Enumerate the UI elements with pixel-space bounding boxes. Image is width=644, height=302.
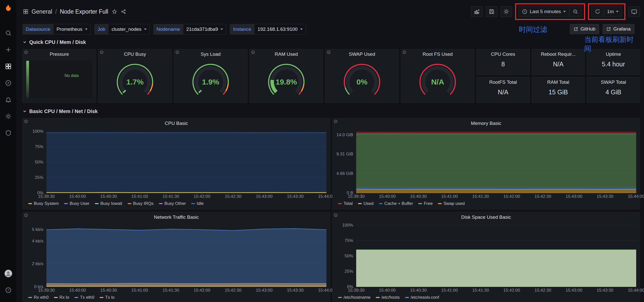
legend-swatch [28,203,32,204]
grafana-link-button[interactable]: Grafana [603,24,634,34]
panel-title[interactable]: CPU Busy [98,51,172,57]
chart-canvas[interactable] [356,129,636,193]
configuration-gear-icon[interactable] [0,108,16,125]
legend-item[interactable]: Idle [191,201,204,206]
chart-canvas[interactable] [46,129,326,193]
user-avatar[interactable] [0,265,16,282]
x-axis-label: 15:42:30 [225,288,241,293]
panel-title[interactable]: Reboot Requir... [532,51,585,57]
save-dashboard-button[interactable] [486,6,497,17]
admin-shield-icon[interactable] [0,125,16,141]
panel-title[interactable]: Pressure [23,51,96,57]
dashboards-icon[interactable] [0,58,16,75]
x-axis-label: 15:39:30 [348,288,365,293]
apps-grid-icon [23,9,29,14]
legend-item[interactable]: Tx lo [100,295,115,300]
time-picker-button[interactable]: Last 5 minutes [518,6,569,17]
chart-canvas[interactable] [356,223,636,287]
legend-item[interactable]: Busy Other [159,201,186,206]
panel-title[interactable]: RAM Total [532,79,585,85]
legend-item[interactable]: /etc/hosts [376,295,400,300]
legend-item[interactable]: Rx lo [54,295,69,300]
filter-job[interactable]: Jobcluster_nodes [94,24,150,35]
legend-swatch [28,297,32,298]
x-axis: 15:39:3015:40:0015:40:3015:41:0015:41:30… [25,288,326,293]
svg-text:?: ? [7,288,9,292]
panel-title[interactable]: Root FS Used [401,51,474,57]
filter-value-dropdown[interactable]: 192.168.1.63:9100 [255,24,306,35]
legend-item[interactable]: /etc/resolv.conf [405,295,439,300]
panel-title[interactable]: Sys Load [174,51,247,57]
x-axis-label: 15:42:30 [535,194,551,199]
x-axis-label: 15:40:30 [100,194,117,199]
chart-canvas[interactable] [46,223,326,287]
create-icon[interactable] [0,41,16,58]
panel-info-icon[interactable] [176,50,179,54]
help-icon[interactable]: ? [0,282,16,298]
section-title: Quick CPU / Mem / Disk [29,39,86,45]
panel-info-icon[interactable] [334,120,338,123]
legend-item[interactable]: Used [358,201,374,206]
legend-item[interactable]: Total [338,201,353,206]
filter-nodename[interactable]: Nodename21cda371dba9 [153,24,227,35]
kiosk-tv-button[interactable] [628,6,640,17]
panel-info-icon[interactable] [100,50,103,54]
filter-value-dropdown[interactable]: 21cda371dba9 [183,24,227,35]
legend: TotalUsedCache + BufferFreeSwap used [338,201,637,207]
legend-item[interactable]: Free [418,201,433,206]
grafana-logo[interactable] [3,3,14,14]
chart-plot: 0 b/s2 kb/s4 kb/s5 kb/s [25,223,326,287]
legend-item[interactable]: Busy User [64,201,89,206]
legend-item[interactable]: Swap used [438,201,465,206]
legend-item[interactable]: Busy System [28,201,59,206]
panel-title[interactable]: Network Traffic Basic [23,214,330,220]
github-link-button[interactable]: GitHub [570,24,599,34]
legend-swatch [418,203,422,204]
search-icon[interactable] [0,25,16,41]
panel-title[interactable]: RootFS Total [477,79,529,85]
panel-swap-used: SWAP Used0% [325,49,399,103]
legend-item[interactable]: Rx eth0 [28,295,49,300]
legend-item[interactable]: Cache + Buffer [379,201,413,206]
dashboard-settings-button[interactable] [500,6,512,17]
breadcrumb-folder[interactable]: General [32,8,52,15]
panel-title[interactable]: CPU Basic [23,121,330,126]
share-icon[interactable] [121,9,126,14]
zoom-out-time-button[interactable] [569,6,582,17]
legend-item[interactable]: Busy IRQs [128,201,154,206]
explore-compass-icon[interactable] [0,75,16,91]
legend-item[interactable]: /etc/hostname [338,295,371,300]
panel-title[interactable]: Disk Space Used Basic [332,214,640,220]
panel-info-icon[interactable] [403,50,406,54]
panel-title[interactable]: RAM Used [250,51,323,57]
filter-value-dropdown[interactable]: Prometheus [53,24,91,35]
section-basic-cpu-mem-net-disk[interactable]: Basic CPU / Mem / Net / Disk [22,104,640,118]
legend-item[interactable]: Tx eth0 [74,295,94,300]
panel-title[interactable]: CPU Cores [477,51,529,57]
filter-datasource[interactable]: DatasourcePrometheus [22,24,91,35]
panel-title[interactable]: SWAP Used [325,51,399,57]
y-axis-label: 75% [334,238,353,243]
add-panel-button[interactable] [471,6,483,17]
x-axis-label: 15:42:00 [194,288,210,293]
panel-info-icon[interactable] [334,213,338,217]
breadcrumb-title[interactable]: Node Exporter Full [60,8,108,15]
filter-value-dropdown[interactable]: cluster_nodes [108,24,150,35]
legend-label: Cache + Buffer [384,201,413,206]
refresh-interval-dropdown[interactable]: 1m [604,6,622,17]
panel-info-icon[interactable] [24,120,28,123]
grafana-link-label: Grafana [613,26,631,32]
filter-label: Instance [230,24,255,35]
alerting-bell-icon[interactable] [0,91,16,108]
section-quick-cpu-mem-disk[interactable]: Quick CPU / Mem / Disk [22,35,640,49]
panel-info-icon[interactable] [251,50,255,54]
panel-title[interactable]: SWAP Total [587,79,640,85]
panel-info-icon[interactable] [24,50,28,54]
star-icon[interactable] [112,9,117,14]
panel-info-icon[interactable] [327,50,330,54]
filter-instance[interactable]: Instance192.168.1.63:9100 [230,24,306,35]
panel-title[interactable]: Memory Basic [332,121,640,126]
panel-info-icon[interactable] [24,213,28,217]
legend-item[interactable]: Busy Iowait [95,201,122,206]
refresh-button[interactable] [591,6,604,17]
